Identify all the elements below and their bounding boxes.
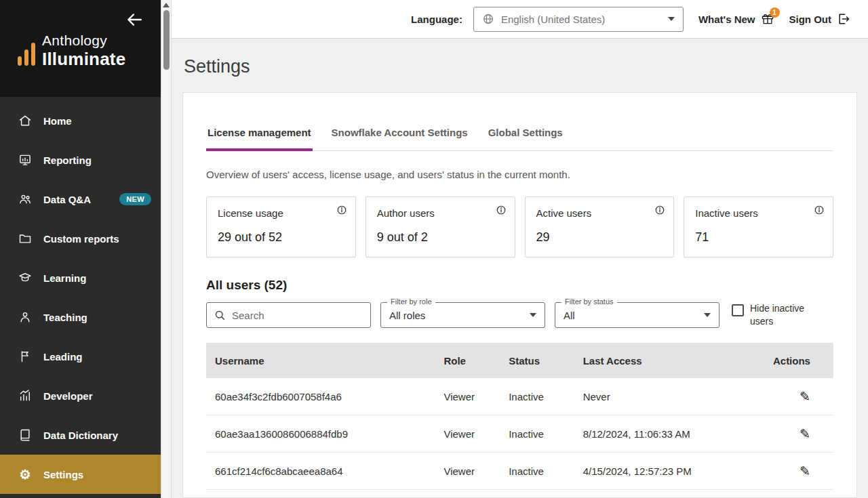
- page-title: Settings: [184, 56, 857, 77]
- collapse-sidebar-button[interactable]: [125, 11, 143, 28]
- cell-username: 60ae34f3c2fdb6007058f4a6: [215, 391, 443, 402]
- folder-icon: [18, 232, 33, 245]
- cell-username: 60ae3aa1360086006884fdb9: [215, 428, 443, 440]
- sidebar-item-reporting[interactable]: Reporting: [0, 140, 161, 180]
- anthology-illuminate-logo: Anthology Illuminate: [18, 33, 149, 70]
- table-row: 661cf214cf6c8abcaeea8a64 Viewer Inactive…: [206, 453, 833, 490]
- stat-cards: License usage 29 out of 52 Author users …: [206, 196, 833, 257]
- sidebar-item-learning[interactable]: Learning: [0, 258, 161, 297]
- language-select[interactable]: English (United States): [473, 7, 684, 32]
- app-window: Anthology Illuminate Home Reporting: [0, 0, 868, 498]
- topbar: Language: English (United States) What's…: [172, 0, 868, 39]
- status-filter-dropdown[interactable]: Filter by status All: [555, 302, 719, 328]
- tab-snowflake-account-settings[interactable]: Snowflake Account Settings: [330, 127, 469, 151]
- sidebar-item-leading[interactable]: Leading: [0, 337, 161, 376]
- sidebar-item-label: Learning: [43, 272, 86, 284]
- info-icon[interactable]: [496, 205, 507, 215]
- role-filter-value: All roles: [389, 310, 425, 321]
- edit-user-button[interactable]: ✎: [800, 428, 810, 440]
- stat-label: Author users: [377, 207, 504, 219]
- sidebar-item-developer[interactable]: Developer: [0, 376, 161, 415]
- scrollbar-thumb[interactable]: [163, 10, 170, 70]
- chevron-down-icon: [704, 313, 711, 317]
- tab-bar: License management Snowflake Account Set…: [206, 127, 833, 151]
- info-icon[interactable]: [814, 205, 825, 215]
- cell-role: Viewer: [443, 465, 509, 477]
- col-header-last-access: Last Access: [583, 355, 766, 367]
- whats-new-button[interactable]: What's New 1: [698, 12, 774, 26]
- cell-status: Inactive: [509, 465, 583, 477]
- search-input[interactable]: [232, 310, 363, 321]
- graduation-cap-icon: [18, 271, 33, 285]
- sidebar-item-home[interactable]: Home: [0, 101, 161, 140]
- sidebar-item-data-dictionary[interactable]: Data Dictionary: [0, 415, 161, 455]
- home-icon: [18, 114, 33, 127]
- search-icon: [214, 310, 226, 321]
- person-icon: [18, 310, 33, 324]
- sidebar-item-label: Home: [43, 115, 72, 127]
- whats-new-label: What's New: [698, 14, 755, 25]
- hide-inactive-checkbox[interactable]: [732, 304, 744, 316]
- sidebar-item-label: Leading: [43, 351, 83, 362]
- stat-label: License usage: [218, 207, 344, 219]
- col-header-actions: Actions: [766, 355, 833, 367]
- table-header-row: Username Role Status Last Access Actions: [206, 343, 833, 378]
- role-filter-dropdown[interactable]: Filter by role All roles: [380, 302, 545, 328]
- vertical-scrollbar[interactable]: [161, 0, 172, 498]
- sidebar-item-teaching[interactable]: Teaching: [0, 297, 161, 337]
- sign-out-label: Sign Out: [789, 14, 832, 25]
- sidebar-header: Anthology Illuminate: [0, 0, 161, 97]
- stat-label: Inactive users: [695, 207, 822, 219]
- hide-inactive-label: Hide inactive users: [750, 302, 814, 328]
- globe-icon: [482, 13, 494, 25]
- stat-card-author-users: Author users 9 out of 2: [366, 196, 515, 257]
- edit-user-button[interactable]: ✎: [800, 390, 810, 403]
- sign-out-icon: [837, 12, 850, 26]
- table-row: 60ae34f3c2fdb6007058f4a6 Viewer Inactive…: [206, 378, 833, 415]
- overview-text: Overview of users' access, license usage…: [206, 169, 833, 180]
- tab-license-management[interactable]: License management: [206, 127, 313, 151]
- reporting-icon: [18, 153, 33, 167]
- cell-status: Inactive: [509, 428, 583, 440]
- col-header-username: Username: [215, 355, 443, 367]
- sign-out-button[interactable]: Sign Out: [789, 12, 851, 26]
- table-row: 60ae3aa1360086006884fdb9 Viewer Inactive…: [206, 415, 833, 453]
- status-filter-value: All: [564, 310, 575, 321]
- sidebar-item-settings[interactable]: ⚙ Settings: [0, 455, 161, 494]
- sidebar: Anthology Illuminate Home Reporting: [0, 0, 161, 498]
- stat-card-license-usage: License usage 29 out of 52: [206, 196, 356, 257]
- hide-inactive-control: Hide inactive users: [732, 302, 814, 328]
- sidebar-item-data-qa[interactable]: Data Q&A NEW: [0, 180, 161, 219]
- edit-user-button[interactable]: ✎: [800, 465, 810, 478]
- info-icon[interactable]: [654, 205, 665, 215]
- col-header-role: Role: [443, 355, 509, 367]
- book-icon: [18, 428, 33, 442]
- sidebar-item-custom-reports[interactable]: Custom reports: [0, 219, 161, 258]
- info-icon[interactable]: [336, 205, 347, 215]
- cell-last-access: 8/12/2024, 11:06:33 AM: [583, 428, 766, 440]
- stat-card-inactive-users: Inactive users 71: [684, 196, 833, 257]
- content-area: Settings License management Snowflake Ac…: [172, 39, 868, 498]
- sidebar-item-label: Settings: [43, 469, 83, 480]
- sidebar-item-label: Teaching: [43, 312, 87, 323]
- gear-icon: ⚙: [18, 468, 33, 481]
- chevron-down-icon: [530, 313, 536, 317]
- scroll-up-arrow[interactable]: [163, 3, 170, 7]
- logo-text-line1: Anthology: [42, 33, 125, 49]
- settings-card: License management Snowflake Account Set…: [182, 92, 857, 498]
- people-chat-icon: [18, 192, 33, 206]
- stat-card-active-users: Active users 29: [525, 196, 675, 257]
- new-badge: NEW: [119, 193, 151, 205]
- language-label: Language:: [411, 14, 462, 25]
- stat-value: 29 out of 52: [218, 230, 344, 245]
- language-value: English (United States): [501, 14, 661, 25]
- stat-value: 71: [695, 230, 822, 245]
- sidebar-item-label: Custom reports: [43, 233, 119, 245]
- role-filter-label: Filter by role: [387, 297, 435, 306]
- main-area: Language: English (United States) What's…: [172, 0, 868, 498]
- tab-global-settings[interactable]: Global Settings: [487, 127, 564, 151]
- cell-role: Viewer: [443, 428, 509, 440]
- logo-text-line2: Illuminate: [42, 49, 125, 70]
- col-header-status: Status: [509, 355, 583, 367]
- flag-icon: [18, 350, 33, 363]
